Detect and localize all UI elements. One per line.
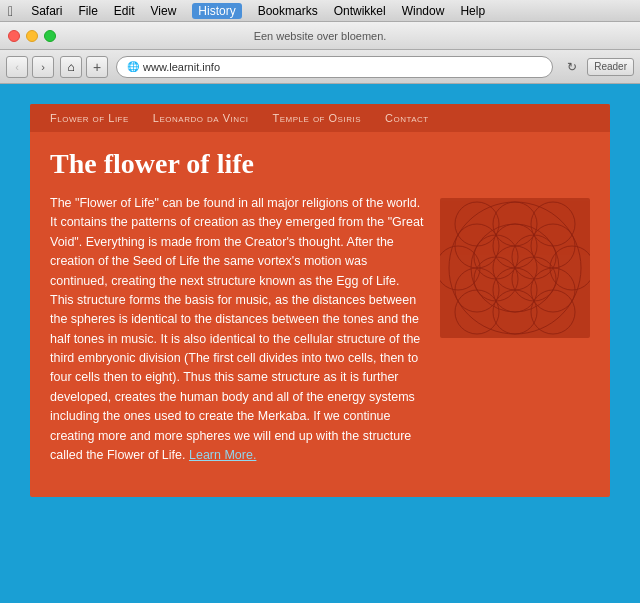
body-text: The "Flower of Life" can be found in all…	[50, 194, 424, 473]
nav-leonardo[interactable]: Leonardo da Vinci	[153, 112, 249, 124]
nav-flower-of-life[interactable]: Flower of Life	[50, 112, 129, 124]
browser-content: Flower of Life Leonardo da Vinci Temple …	[0, 84, 640, 603]
menu-safari[interactable]: Safari	[31, 4, 62, 18]
menu-edit[interactable]: Edit	[114, 4, 135, 18]
minimize-button[interactable]	[26, 30, 38, 42]
browser-toolbar: ‹ › ⌂ + 🌐 www.learnit.info ↻ Reader	[0, 50, 640, 84]
reader-button[interactable]: Reader	[587, 58, 634, 76]
address-bar[interactable]: 🌐 www.learnit.info	[116, 56, 553, 78]
menu-history[interactable]: History	[192, 3, 241, 19]
menu-ontwikkel[interactable]: Ontwikkel	[334, 4, 386, 18]
mac-menubar:  Safari File Edit View History Bookmark…	[0, 0, 640, 22]
website: Flower of Life Leonardo da Vinci Temple …	[30, 104, 610, 497]
flower-svg	[440, 198, 590, 338]
forward-button[interactable]: ›	[32, 56, 54, 78]
apple-menu[interactable]: 	[8, 3, 13, 19]
flower-image	[440, 198, 590, 338]
close-button[interactable]	[8, 30, 20, 42]
nav-contact[interactable]: Contact	[385, 112, 429, 124]
window-title: Een website over bloemen.	[254, 30, 387, 42]
location-icon: 🌐	[127, 61, 139, 72]
site-nav: Flower of Life Leonardo da Vinci Temple …	[30, 104, 610, 132]
menu-file[interactable]: File	[78, 4, 97, 18]
refresh-button[interactable]: ↻	[561, 56, 583, 78]
menu-help[interactable]: Help	[460, 4, 485, 18]
page-title: The flower of life	[50, 148, 590, 180]
content-area: The "Flower of Life" can be found in all…	[50, 194, 590, 473]
menu-view[interactable]: View	[151, 4, 177, 18]
window-controls	[8, 30, 56, 42]
learn-more-link[interactable]: Learn More.	[189, 448, 256, 462]
maximize-button[interactable]	[44, 30, 56, 42]
site-content: The flower of life The "Flower of Life" …	[30, 132, 610, 497]
body-paragraph: The "Flower of Life" can be found in all…	[50, 194, 424, 465]
nav-temple[interactable]: Temple of Osiris	[272, 112, 361, 124]
url-text: www.learnit.info	[143, 61, 220, 73]
menu-window[interactable]: Window	[402, 4, 445, 18]
title-bar: Een website over bloemen.	[0, 22, 640, 50]
menu-bookmarks[interactable]: Bookmarks	[258, 4, 318, 18]
new-tab-button[interactable]: +	[86, 56, 108, 78]
back-button[interactable]: ‹	[6, 56, 28, 78]
home-button[interactable]: ⌂	[60, 56, 82, 78]
